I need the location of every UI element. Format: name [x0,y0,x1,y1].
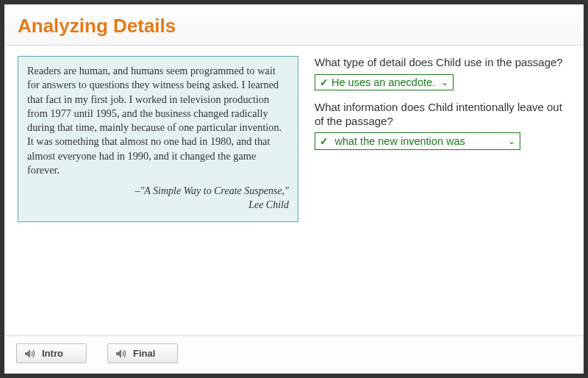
question-1-select[interactable]: ✓ He uses an anecdote. ⌄ [315,74,453,90]
speaker-icon [115,349,127,359]
final-button[interactable]: Final [107,343,178,363]
question-2-answer: what the new invention was [334,135,465,147]
chevron-down-icon: ⌄ [441,77,448,88]
final-label: Final [133,348,155,359]
page-header: Analyzing Details [4,4,584,46]
content-area: Readers are human, and humans seem progr… [4,46,584,335]
question-1-answer: He uses an anecdote. [331,76,435,88]
checkmark-icon: ✓ [320,135,329,147]
app-frame: Analyzing Details Readers are human, and… [4,4,584,374]
passage-attribution: –"A Simple Way to Create Suspense," Lee … [27,185,289,213]
intro-label: Intro [42,348,63,359]
passage-author: Lee Child [27,199,289,213]
passage-box: Readers are human, and humans seem progr… [18,56,298,222]
passage-column: Readers are human, and humans seem progr… [18,56,298,329]
questions-column: What type of detail does Child use in th… [315,56,570,329]
chevron-down-icon: ⌄ [508,136,515,146]
passage-body: Readers are human, and humans seem progr… [27,64,289,177]
page-title: Analyzing Details [18,15,570,38]
intro-button[interactable]: Intro [16,343,87,363]
checkmark-icon: ✓ [320,76,329,88]
footer-bar: Intro Final [4,335,584,374]
passage-source: –"A Simple Way to Create Suspense," [27,185,289,199]
question-2-select[interactable]: ✓ what the new invention was ⌄ [315,132,520,150]
question-1-prompt: What type of detail does Child use in th… [315,56,570,70]
speaker-icon [24,349,36,359]
question-2-prompt: What information does Child intentionall… [315,101,570,129]
select-left-group: ✓ what the new invention was [320,135,465,148]
